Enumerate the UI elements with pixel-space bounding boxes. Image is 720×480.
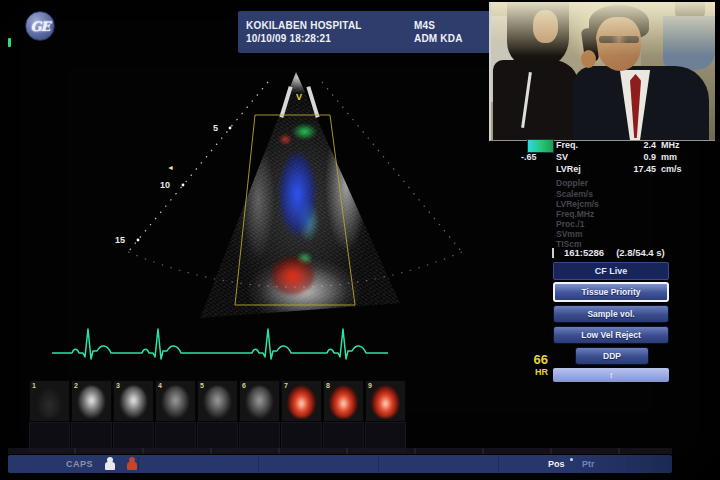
statusbar-divider bbox=[498, 457, 499, 471]
thumbnail-number: 7 bbox=[284, 382, 288, 389]
operator-label: ADM KDA bbox=[414, 33, 480, 44]
thumbnail-image bbox=[204, 386, 231, 418]
dim-section-title: Doppler bbox=[556, 178, 706, 189]
ddp-button[interactable]: DDP bbox=[575, 347, 649, 365]
dim-param-row: Scale m/s bbox=[556, 189, 706, 199]
param-label: Freq. bbox=[556, 140, 612, 150]
thumbnail-1[interactable]: 1 bbox=[29, 380, 70, 422]
v-marker: V bbox=[296, 92, 302, 102]
hr-value: 66 bbox=[512, 353, 548, 366]
param-row-freq: Freq. 2.4 MHz bbox=[556, 139, 706, 151]
thumbnail-3[interactable]: 3 bbox=[113, 380, 154, 422]
thumbnail-strip: 1 2 3 4 5 6 7 8 9 bbox=[29, 380, 406, 422]
acquisition-counter: 161:5286 (2.8/54.4 s) bbox=[552, 247, 708, 258]
body-marker-icon[interactable] bbox=[104, 457, 116, 470]
thumbnail-number: 3 bbox=[116, 382, 120, 389]
statusbar-divider bbox=[138, 457, 139, 471]
param-unit: mm bbox=[656, 152, 703, 162]
thumbnail-image bbox=[288, 386, 315, 418]
thumbnail-image bbox=[246, 386, 273, 418]
param-value: 2.4 bbox=[612, 140, 656, 150]
video-frame: GE KOKILABEN HOSPITAL M4S MI 1.2 10/10/0… bbox=[0, 0, 720, 480]
statusbar-divider bbox=[378, 457, 379, 471]
pos-button[interactable]: Pos bbox=[548, 459, 565, 469]
doppler-colorbar bbox=[527, 139, 554, 153]
param-value: 17.45 bbox=[612, 164, 656, 174]
hospital-name: KOKILABEN HOSPITAL bbox=[246, 20, 414, 31]
depth-scale-left bbox=[128, 82, 268, 252]
dim-param-row: Freq. MHz bbox=[556, 209, 706, 219]
thumbnail-number: 8 bbox=[326, 382, 330, 389]
thumbnail-5[interactable]: 5 bbox=[197, 380, 238, 422]
thumbnail-6[interactable]: 6 bbox=[239, 380, 280, 422]
thumbnail-4[interactable]: 4 bbox=[155, 380, 196, 422]
ge-logo: GE bbox=[25, 11, 55, 41]
counter-tick bbox=[552, 248, 554, 258]
thumbnail-number: 4 bbox=[158, 382, 162, 389]
pos-indicator-dot bbox=[570, 458, 573, 461]
function-key-row bbox=[8, 448, 672, 454]
param-unit: MHz bbox=[656, 140, 703, 150]
depth-tick bbox=[182, 184, 185, 187]
param-label: SV bbox=[556, 152, 612, 162]
pager-icon: ↕ bbox=[609, 371, 613, 380]
param-row-sv: SV 0.9 mm bbox=[556, 151, 706, 163]
status-bar: CAPS Pos Ptr bbox=[8, 455, 672, 473]
nyquist-value: -.65 bbox=[521, 152, 555, 162]
probe-label: M4S bbox=[414, 20, 480, 31]
depth-label-10: 10 bbox=[160, 180, 170, 190]
param-value: 0.9 bbox=[612, 152, 656, 162]
params-panel: Freq. 2.4 MHz SV 0.9 mm LVRej 17.45 cm/s… bbox=[556, 139, 706, 249]
heart-rate: 66 HR bbox=[512, 353, 548, 377]
thumbnail-number: 6 bbox=[242, 382, 246, 389]
thumbnail-image bbox=[162, 386, 189, 418]
depth-tick bbox=[137, 239, 140, 242]
thumbnail-2[interactable]: 2 bbox=[71, 380, 112, 422]
bottom-arc bbox=[128, 252, 462, 287]
depth-label-15: 15 bbox=[115, 235, 125, 245]
dim-param-row: LVRej cm/s bbox=[556, 199, 706, 209]
dim-param-row: Proc. /1 bbox=[556, 219, 706, 229]
tissue-priority-button[interactable]: Tissue Priority bbox=[553, 282, 669, 302]
roi-box[interactable] bbox=[235, 115, 355, 305]
time-counter: (2.8/54.4 s) bbox=[616, 247, 665, 258]
thumbnail-number: 9 bbox=[368, 382, 372, 389]
status-tick bbox=[8, 38, 11, 47]
thumbnail-number: 1 bbox=[32, 382, 36, 389]
thumbnail-7[interactable]: 7 bbox=[281, 380, 322, 422]
depth-scale-right bbox=[322, 82, 462, 252]
probe-marker-icon[interactable] bbox=[126, 457, 138, 470]
ecg-trace bbox=[50, 320, 390, 366]
param-label: LVRej bbox=[556, 164, 612, 174]
thumbnail-image bbox=[372, 386, 399, 418]
frame-counter: 161:5286 bbox=[564, 247, 604, 258]
depth-tick bbox=[229, 127, 232, 130]
ge-logo-text: GE bbox=[30, 19, 49, 34]
thumbnail-number: 2 bbox=[74, 382, 78, 389]
thumbnail-image bbox=[330, 386, 357, 418]
sample-vol-button[interactable]: Sample vol. bbox=[553, 305, 669, 323]
thumbnail-8[interactable]: 8 bbox=[323, 380, 364, 422]
caps-indicator: CAPS bbox=[66, 459, 93, 469]
thumbnail-image bbox=[78, 386, 105, 418]
focus-marker-icon[interactable]: ◄ bbox=[167, 164, 174, 171]
dim-param-row: SV mm bbox=[556, 229, 706, 239]
thumbnail-image bbox=[36, 386, 63, 418]
param-row-lvrej: LVRej 17.45 cm/s bbox=[556, 163, 706, 175]
thumbnail-image bbox=[120, 386, 147, 418]
depth-label-5: 5 bbox=[213, 123, 218, 133]
webcam-glare bbox=[491, 2, 715, 56]
thumbnail-9[interactable]: 9 bbox=[365, 380, 406, 422]
thumbnail-number: 5 bbox=[200, 382, 204, 389]
ptr-button[interactable]: Ptr bbox=[582, 459, 595, 469]
pager-bar[interactable]: ↕ bbox=[553, 368, 669, 382]
statusbar-divider bbox=[258, 457, 259, 471]
param-unit: cm/s bbox=[656, 164, 703, 174]
mode-header: CF Live bbox=[553, 262, 669, 280]
statusbar-divider bbox=[628, 457, 629, 471]
exam-datetime: 10/10/09 18:28:21 bbox=[246, 33, 414, 44]
ecg-path bbox=[52, 329, 388, 359]
ultrasound-screen: GE KOKILABEN HOSPITAL M4S MI 1.2 10/10/0… bbox=[0, 0, 720, 480]
low-vel-reject-button[interactable]: Low Vel Reject bbox=[553, 326, 669, 344]
control-panel: CF Live Tissue Priority Sample vol. Low … bbox=[553, 262, 669, 382]
